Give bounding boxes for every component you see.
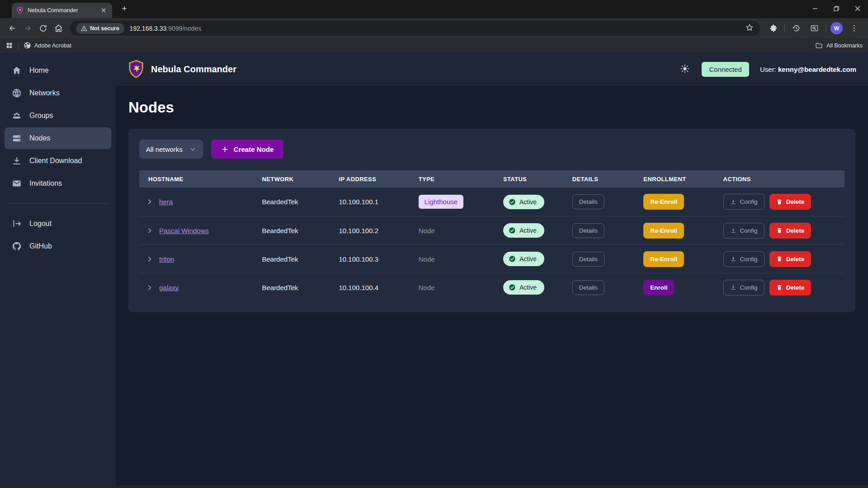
network-cell: BeardedTek — [262, 284, 339, 291]
column-header-enrollment: ENROLLMENT — [643, 176, 723, 183]
address-bar[interactable]: Not secure 192.168.3.33:9099/nodes — [70, 21, 760, 36]
table-controls: All networks Create Node — [139, 140, 844, 159]
nodes-card: All networks Create Node HOSTNAMENETWORK… — [128, 129, 855, 312]
app-header: Nebula Commander Connected User: kenny@b… — [116, 52, 868, 86]
bookmarks-bar: Adobe Acrobat All Bookmarks — [0, 38, 868, 52]
sidebar-item-groups[interactable]: Groups — [5, 105, 111, 127]
row-expand-chevron-icon[interactable] — [146, 255, 153, 263]
globe-icon — [24, 42, 31, 49]
home-icon — [12, 66, 22, 75]
table-row: galaxy BeardedTek 10.100.100.4 Node Acti… — [139, 273, 844, 301]
hostname-link[interactable]: triton — [159, 255, 174, 263]
config-button[interactable]: Config — [723, 251, 764, 267]
enrollment-cell: Re-Enroll — [643, 223, 723, 239]
enrollment-cell: Re-Enroll — [643, 194, 723, 210]
download-icon — [730, 256, 736, 262]
enrollment-button[interactable]: Re-Enroll — [643, 223, 684, 239]
menu-kebab-icon[interactable] — [847, 22, 861, 35]
ip-address-cell: 10.100.100.3 — [339, 255, 418, 263]
theme-toggle-sun-icon[interactable] — [680, 64, 691, 75]
config-button[interactable]: Config — [723, 223, 764, 239]
warning-icon — [81, 25, 87, 32]
close-button[interactable] — [847, 0, 868, 17]
delete-button[interactable]: Delete — [769, 280, 811, 296]
row-expand-chevron-icon[interactable] — [146, 284, 153, 291]
ip-address-cell: 10.100.100.2 — [339, 227, 418, 235]
status-badge: Active — [503, 223, 544, 238]
tab-close-icon[interactable]: ✕ — [99, 6, 108, 14]
all-bookmarks[interactable]: All Bookmarks — [815, 42, 863, 49]
forward-icon[interactable] — [20, 21, 35, 36]
brand: Nebula Commander — [127, 60, 236, 79]
apps-grid-icon[interactable] — [5, 42, 13, 49]
row-expand-chevron-icon[interactable] — [146, 227, 153, 235]
back-icon[interactable] — [5, 21, 20, 36]
check-circle-icon — [509, 284, 516, 291]
details-cell: Details — [572, 280, 644, 295]
network-cell: BeardedTek — [262, 198, 339, 206]
bookmark-adobe-acrobat[interactable]: Adobe Acrobat — [24, 42, 71, 49]
app-area: HomeNetworksGroupsNodesClient DownloadIn… — [0, 52, 868, 485]
row-expand-chevron-icon[interactable] — [146, 198, 153, 206]
sidebar-item-label: GitHub — [29, 242, 52, 250]
hostname-link[interactable]: galaxy — [159, 284, 179, 291]
sidebar-item-networks[interactable]: Networks — [5, 82, 111, 104]
sidebar-item-nodes[interactable]: Nodes — [5, 127, 111, 149]
restore-button[interactable] — [826, 0, 847, 17]
browser-window: Nebula Commander ✕ + Not secure 192.168.… — [0, 0, 868, 488]
enrollment-cell: Enroll — [643, 280, 723, 296]
status-badge: Active — [503, 252, 544, 266]
enrollment-button[interactable]: Re-Enroll — [643, 251, 684, 267]
minimize-button[interactable] — [804, 0, 826, 17]
reload-icon[interactable] — [35, 21, 51, 36]
status-cell: Active — [503, 223, 572, 238]
main-area: Nebula Commander Connected User: kenny@b… — [116, 52, 868, 485]
details-button[interactable]: Details — [572, 223, 604, 238]
history-icon[interactable] — [789, 22, 803, 35]
delete-button[interactable]: Delete — [769, 223, 811, 239]
bookmark-star-icon[interactable] — [745, 23, 754, 33]
home-icon[interactable] — [51, 21, 66, 36]
extensions-icon[interactable] — [766, 22, 780, 35]
sidebar-item-invitations[interactable]: Invitations — [5, 173, 111, 194]
config-button[interactable]: Config — [723, 194, 764, 210]
taskbar-edge — [0, 485, 868, 488]
check-circle-icon — [509, 198, 516, 206]
delete-button[interactable]: Delete — [769, 251, 811, 267]
details-button[interactable]: Details — [572, 280, 604, 295]
side-panel-search-icon[interactable] — [807, 22, 821, 35]
sidebar-divider — [7, 203, 108, 204]
config-button[interactable]: Config — [723, 280, 764, 296]
network-filter-select[interactable]: All networks — [139, 140, 203, 159]
hostname-cell: triton — [139, 255, 262, 263]
profile-avatar[interactable]: W — [830, 22, 843, 34]
status-badge: Active — [503, 280, 544, 295]
hostname-cell: galaxy — [139, 284, 262, 291]
new-tab-button[interactable]: + — [118, 3, 130, 14]
details-button[interactable]: Details — [572, 252, 604, 267]
table-row: Pascal Windows BeardedTek 10.100.100.2 N… — [139, 216, 844, 244]
type-badge: Node — [419, 284, 435, 291]
table-body: hera BeardedTek 10.100.100.1 Lighthouse … — [139, 188, 844, 301]
sidebar-item-label: Client Download — [29, 157, 82, 165]
enrollment-button[interactable]: Re-Enroll — [643, 194, 684, 210]
not-secure-badge[interactable]: Not secure — [76, 23, 124, 34]
delete-button[interactable]: Delete — [769, 194, 811, 210]
enrollment-button[interactable]: Enroll — [643, 280, 674, 296]
sidebar-item-client-download[interactable]: Client Download — [5, 150, 111, 172]
browser-tab[interactable]: Nebula Commander ✕ — [12, 3, 112, 18]
browser-toolbar: Not secure 192.168.3.33:9099/nodes W — [0, 18, 868, 38]
hostname-link[interactable]: Pascal Windows — [159, 227, 209, 235]
hostname-link[interactable]: hera — [159, 198, 173, 206]
network-filter-value: All networks — [146, 145, 183, 153]
github-icon — [12, 241, 22, 251]
sidebar-item-logout[interactable]: Logout — [5, 213, 111, 235]
ip-address-cell: 10.100.100.4 — [339, 284, 418, 291]
sidebar-item-github[interactable]: GitHub — [5, 235, 111, 257]
sidebar-item-home[interactable]: Home — [5, 60, 111, 81]
create-node-button[interactable]: Create Node — [211, 140, 283, 159]
details-button[interactable]: Details — [572, 194, 604, 209]
status-badge: Active — [503, 195, 544, 209]
logout-icon — [12, 219, 22, 229]
sidebar-item-label: Home — [29, 66, 49, 75]
